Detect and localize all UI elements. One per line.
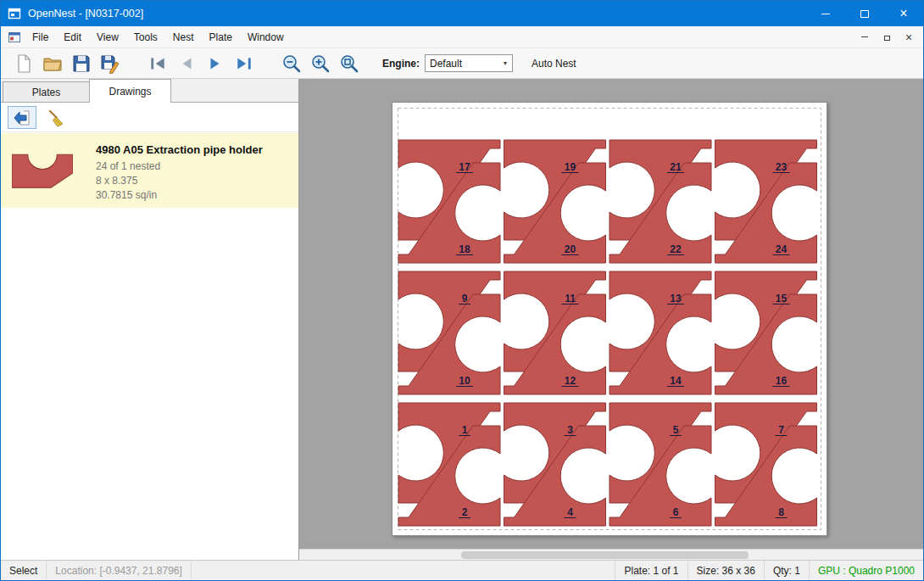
menu-item-plate[interactable]: Plate	[202, 28, 240, 47]
part-number-label: 5	[673, 424, 679, 436]
new-document-icon	[14, 53, 34, 74]
part-number-label: 3	[567, 424, 573, 436]
part-number-label: 2	[462, 506, 468, 518]
plate-canvas[interactable]: 171819202122232491011121314151612345678	[392, 102, 827, 536]
part-number-label: 12	[565, 375, 576, 387]
mdi-close-button[interactable]: ×	[899, 29, 918, 46]
replace-arrow-icon	[13, 109, 31, 127]
save-as-button[interactable]	[96, 51, 125, 76]
scrollbar-thumb[interactable]	[461, 551, 749, 559]
broom-icon	[47, 109, 65, 127]
part-number-label: 6	[673, 506, 679, 518]
tab-plates[interactable]: Plates	[3, 81, 90, 102]
menu-item-tools[interactable]: Tools	[126, 28, 165, 47]
open-folder-icon	[42, 53, 63, 74]
menu-bar: File Edit View Tools Nest Plate Window ×	[1, 26, 923, 48]
zoom-fit-button[interactable]	[335, 51, 364, 76]
last-arrow-icon	[235, 54, 253, 73]
tab-drawings[interactable]: Drawings	[89, 79, 171, 103]
drawing-list-item[interactable]: 4980 A05 Extraction pipe holder 24 of 1 …	[1, 133, 298, 208]
open-button[interactable]	[38, 51, 67, 76]
first-arrow-icon	[148, 54, 167, 73]
save-edit-icon	[100, 53, 120, 74]
part-number-label: 11	[565, 293, 576, 304]
engine-label: Engine:	[382, 58, 420, 70]
status-plate: Plate: 1 of 1	[615, 561, 687, 580]
zoom-fit-icon	[339, 53, 359, 74]
app-window: OpenNest - [N0317-002] × File Edit View …	[0, 0, 924, 581]
menu-items: File Edit View Tools Nest Plate Window	[25, 28, 855, 47]
minimize-button[interactable]	[806, 1, 845, 26]
engine-value: Default	[426, 58, 498, 70]
app-icon	[8, 7, 21, 20]
maximize-button[interactable]	[845, 1, 884, 26]
next-arrow-icon	[206, 54, 225, 73]
part-number-label: 21	[670, 161, 682, 173]
status-mode: Select	[1, 561, 47, 580]
zoom-out-button[interactable]	[277, 51, 306, 76]
menu-item-nest[interactable]: Nest	[165, 28, 202, 47]
mdi-window-controls: ×	[855, 29, 918, 46]
plate[interactable]: 171819202122232491011121314151612345678	[392, 102, 827, 536]
clean-drawings-button[interactable]	[42, 106, 70, 129]
main-toolbar: Engine: Default ▼ Auto Nest	[1, 48, 923, 79]
part-number-label: 19	[565, 161, 576, 173]
chevron-down-icon: ▼	[498, 60, 512, 66]
nest-canvas[interactable]: 171819202122232491011121314151612345678	[299, 79, 923, 560]
mdi-minimize-button[interactable]	[855, 29, 874, 46]
zoom-out-icon	[281, 53, 302, 74]
part-number-label: 15	[776, 293, 788, 304]
drawings-toolbar	[1, 103, 298, 132]
minimize-icon	[821, 14, 830, 14]
menu-item-edit[interactable]: Edit	[56, 28, 89, 47]
mdi-child-icon	[8, 31, 21, 44]
drawing-dimensions: 8 x 8.375	[96, 174, 263, 188]
part-number-label: 24	[776, 243, 788, 255]
drawing-title: 4980 A05 Extraction pipe holder	[96, 143, 263, 156]
save-icon	[71, 53, 92, 74]
part-number-label: 8	[778, 506, 784, 518]
mdi-close-icon: ×	[905, 31, 912, 43]
part-number-label: 22	[670, 243, 682, 255]
mdi-restore-icon	[884, 36, 890, 41]
close-icon: ×	[899, 7, 907, 20]
part-number-label: 16	[776, 375, 788, 387]
status-bar: Select Location: [-0.9437, 21.8796] Plat…	[1, 560, 923, 580]
status-spacer	[192, 561, 615, 580]
status-size: Size: 36 x 36	[687, 561, 764, 580]
new-button[interactable]	[9, 51, 38, 76]
replace-drawing-button[interactable]	[8, 106, 36, 129]
save-button[interactable]	[67, 51, 96, 76]
previous-plate-button[interactable]	[172, 51, 201, 76]
zoom-in-button[interactable]	[306, 51, 335, 76]
drawing-info: 4980 A05 Extraction pipe holder 24 of 1 …	[96, 141, 263, 200]
part-number-label: 7	[778, 424, 784, 436]
horizontal-scrollbar[interactable]	[299, 549, 923, 560]
auto-nest-button[interactable]: Auto Nest	[532, 58, 576, 70]
part-number-label: 13	[670, 293, 682, 304]
last-plate-button[interactable]	[230, 51, 259, 76]
part-number-label: 4	[567, 506, 573, 518]
part-number-label: 14	[670, 375, 682, 387]
drawing-nested-count: 24 of 1 nested	[96, 159, 263, 174]
part-number-label: 9	[462, 293, 468, 304]
status-qty: Qty: 1	[764, 561, 809, 580]
part-number-label: 17	[459, 161, 470, 173]
close-button[interactable]: ×	[884, 1, 923, 26]
part-number-label: 20	[565, 243, 576, 255]
left-panel: Plates Drawings	[1, 79, 299, 560]
mdi-minimize-icon	[861, 36, 868, 37]
next-plate-button[interactable]	[201, 51, 230, 76]
engine-select[interactable]: Default ▼	[425, 54, 513, 72]
menu-item-view[interactable]: View	[89, 28, 126, 47]
menu-item-window[interactable]: Window	[240, 28, 292, 47]
panel-tabs: Plates Drawings	[1, 79, 298, 103]
drawing-area: 30.7815 sq/in	[96, 188, 263, 203]
first-plate-button[interactable]	[143, 51, 172, 76]
part-number-label: 18	[459, 243, 470, 255]
content-area: Plates Drawings	[1, 79, 923, 560]
previous-arrow-icon	[177, 54, 196, 73]
part-number-label: 10	[459, 375, 470, 387]
menu-item-file[interactable]: File	[25, 28, 56, 47]
mdi-restore-button[interactable]	[877, 29, 896, 46]
